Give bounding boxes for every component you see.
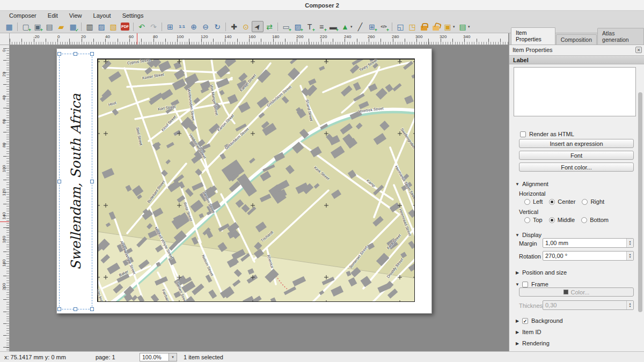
selection-handle[interactable]	[90, 307, 94, 311]
collapse-arrow-icon[interactable]: ▶	[515, 330, 520, 335]
undo-icon[interactable]: ↶	[136, 21, 148, 32]
horizontal-label: Horizontal	[519, 190, 546, 197]
frame-checkbox[interactable]	[522, 282, 528, 287]
load-from-template-icon[interactable]: ▰	[55, 21, 67, 32]
selection-handle[interactable]	[74, 52, 77, 56]
add-new-map-icon[interactable]: ▭	[280, 21, 292, 32]
selection-handle[interactable]	[57, 52, 61, 56]
radio-bottom[interactable]	[581, 217, 587, 223]
add-attribute-table-icon[interactable]: ⊞	[366, 21, 378, 32]
radio-right[interactable]	[582, 199, 588, 205]
lock-items-icon[interactable]	[418, 21, 430, 32]
export-pdf-icon[interactable]: PDF	[119, 21, 131, 32]
collapse-arrow-icon[interactable]: ▼	[515, 233, 520, 238]
tab-atlas-generation[interactable]: Atlas generation	[597, 28, 644, 45]
add-legend-icon[interactable]: ≡	[316, 21, 327, 32]
selection-handle[interactable]	[90, 180, 94, 183]
align-items-icon[interactable]: ▤	[457, 21, 469, 32]
insert-expression-button[interactable]: Insert an expression	[519, 139, 634, 148]
background-group-header[interactable]: ▶ ✓ Background	[509, 316, 644, 325]
menu-settings[interactable]: Settings	[118, 11, 149, 20]
new-composer-icon[interactable]: ▢	[20, 21, 32, 32]
zoom-value[interactable]: 100.0%	[140, 353, 169, 361]
zoom-full-icon[interactable]: ⊞	[164, 21, 176, 32]
menu-layout[interactable]: Layout	[89, 11, 116, 20]
selection-handle[interactable]	[74, 307, 77, 311]
composer-manager-icon[interactable]: ▤	[43, 21, 55, 32]
composition-canvas[interactable]: 020406080100120140160180200	[0, 45, 508, 351]
collapse-arrow-icon[interactable]: ▶	[515, 270, 520, 275]
font-color-button[interactable]: Font color...	[519, 162, 634, 172]
radio-left[interactable]	[524, 199, 530, 205]
zoom-in-icon[interactable]: ⊕	[188, 21, 200, 32]
redo-icon[interactable]: ↷	[148, 21, 159, 32]
radio-center[interactable]	[549, 199, 555, 205]
refresh-view-icon[interactable]: ↻	[211, 21, 223, 32]
tab-item-properties[interactable]: Item Properties	[511, 27, 555, 45]
tab-composition[interactable]: Composition	[556, 34, 597, 45]
thickness-input[interactable]: 0,30 ▲▼	[543, 300, 634, 310]
frame-color-button[interactable]: Color...	[519, 287, 634, 297]
vertical-label: Vertical	[519, 209, 538, 215]
export-svg-icon[interactable]: ▧	[107, 21, 119, 32]
add-shape-dropdown-icon[interactable]: ▾	[350, 25, 354, 29]
alignment-group-header[interactable]: ▼ Alignment	[509, 180, 644, 188]
save-project-icon[interactable]: ▦	[3, 21, 15, 32]
print-icon[interactable]: ▥	[84, 21, 96, 32]
move-item-content-icon[interactable]: ⇄	[264, 21, 275, 32]
add-scalebar-icon[interactable]: ▬	[327, 21, 339, 32]
add-label-icon[interactable]: T	[304, 21, 316, 32]
label-item-selected[interactable]: Swellendam, South Africa	[60, 54, 92, 309]
selection-handle[interactable]	[57, 180, 61, 183]
add-arrow-icon[interactable]: ╱	[354, 21, 366, 32]
select-move-item-icon[interactable]: ➤	[252, 21, 264, 32]
render-as-html-checkbox[interactable]	[520, 131, 526, 137]
collapse-arrow-icon[interactable]: ▼	[515, 282, 520, 287]
margin-spin-buttons[interactable]: ▲▼	[626, 239, 633, 247]
zoom-actual-size-icon[interactable]: 1:1	[176, 21, 188, 32]
menu-view[interactable]: View	[64, 11, 87, 20]
add-shape-icon[interactable]: ▲	[339, 21, 351, 32]
zoom-out-icon[interactable]: ⊖	[200, 21, 211, 32]
map-item[interactable]: Cyprus StreetKoster StreetHoutKort Stree…	[97, 58, 415, 302]
zoom-tool-icon[interactable]: ⊙	[240, 21, 252, 32]
collapse-arrow-icon[interactable]: ▼	[515, 182, 520, 187]
save-as-template-icon[interactable]: ▦	[67, 21, 79, 32]
unlock-items-icon[interactable]	[430, 21, 442, 32]
raise-items-dropdown-icon[interactable]: ▾	[453, 25, 457, 29]
background-checkbox[interactable]: ✓	[522, 318, 528, 324]
add-html-frame-icon[interactable]: </>	[378, 21, 390, 32]
radio-top[interactable]	[524, 217, 530, 223]
collapse-arrow-icon[interactable]: ▶	[515, 341, 520, 346]
ungroup-items-icon[interactable]: ◳	[406, 21, 418, 32]
group-items-icon[interactable]: ◱	[394, 21, 406, 32]
spin-down-icon[interactable]: ▼	[629, 243, 632, 246]
duplicate-composer-icon[interactable]: ▣	[32, 21, 43, 32]
align-items-dropdown-icon[interactable]: ▾	[468, 25, 472, 29]
raise-items-icon[interactable]: ▣	[442, 21, 453, 32]
zoom-combobox[interactable]: 100.0% ▾	[140, 353, 177, 361]
zoom-dropdown-icon[interactable]: ▾	[169, 353, 177, 361]
selection-handle[interactable]	[57, 307, 61, 311]
spin-down-icon[interactable]: ▼	[629, 256, 632, 258]
label-text-input[interactable]	[514, 67, 636, 116]
selection-handle[interactable]	[90, 52, 94, 56]
margin-input[interactable]: 1,00 mm ▲▼	[543, 238, 634, 248]
rotation-input[interactable]: 270,00 ° ▲▼	[543, 251, 634, 261]
rendering-group-header[interactable]: ▶ Rendering	[509, 339, 644, 348]
close-panel-icon[interactable]: ✕	[635, 47, 642, 53]
paper-page[interactable]: Cyprus StreetKoster StreetHoutKort Stree…	[56, 48, 432, 314]
menu-edit[interactable]: Edit	[43, 11, 63, 20]
font-button[interactable]: Font	[519, 151, 634, 160]
menu-composer[interactable]: Composer	[4, 11, 41, 20]
pan-tool-icon[interactable]: ✚	[228, 21, 240, 32]
add-image-icon[interactable]: ▨	[292, 21, 304, 32]
panel-scrollbar[interactable]	[638, 92, 642, 312]
radio-middle[interactable]	[549, 217, 555, 223]
item-id-group-header[interactable]: ▶ Item ID	[509, 328, 644, 336]
window-title: Composer 2	[305, 2, 339, 9]
collapse-arrow-icon[interactable]: ▶	[515, 319, 520, 323]
rotation-spin-buttons[interactable]: ▲▼	[626, 252, 633, 260]
export-image-icon[interactable]: ▨	[96, 21, 107, 32]
position-size-group-header[interactable]: ▶ Position and size	[509, 268, 644, 277]
